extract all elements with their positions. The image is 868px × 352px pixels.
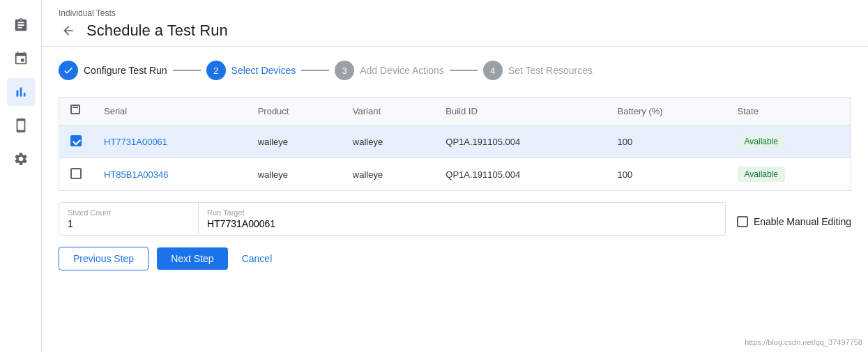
row-2-product: walleye (247, 158, 342, 191)
step-1-circle (59, 61, 78, 80)
device-table: Serial Product Variant Build ID Battery … (59, 97, 851, 191)
manual-editing-checkbox[interactable] (737, 216, 748, 227)
run-target-label: Run Target (207, 208, 717, 217)
col-build-id: Build ID (434, 98, 606, 125)
row-1-battery: 100 (607, 125, 726, 158)
watermark: https://blog.csdn.net/qq_37497758 (745, 338, 862, 346)
shard-count-input[interactable] (68, 218, 190, 229)
stepper: Configure Test Run 2 Select Devices 3 Ad… (59, 61, 851, 80)
row-1-state: Available (726, 125, 851, 158)
step-2-circle: 2 (206, 61, 226, 80)
header-checkbox-inner (70, 105, 80, 114)
col-product: Product (247, 98, 342, 125)
row-2-checkbox[interactable] (70, 168, 82, 179)
header: Individual Tests Schedule a Test Run (42, 0, 868, 47)
col-variant: Variant (342, 98, 435, 125)
step-1-label: Configure Test Run (84, 65, 167, 76)
sidebar-item-clipboard[interactable] (7, 11, 35, 39)
row-1-variant: walleye (342, 125, 435, 158)
action-buttons: Previous Step Next Step Cancel (59, 247, 851, 270)
bottom-inputs-row: Shard Count Run Target Enable Manual Edi… (59, 202, 851, 236)
step-2-label: Select Devices (231, 65, 296, 76)
row-1-state-badge: Available (738, 134, 785, 149)
table-row[interactable]: HT7731A00061 walleye walleye QP1A.191105… (59, 125, 851, 158)
step-3-label: Add Device Actions (360, 65, 444, 76)
row-2-variant: walleye (342, 158, 435, 191)
col-state: State (726, 98, 851, 125)
content-area: Configure Test Run 2 Select Devices 3 Ad… (42, 47, 868, 352)
main-content: Individual Tests Schedule a Test Run Con… (42, 0, 868, 352)
table-header-row: Serial Product Variant Build ID Battery … (59, 98, 851, 125)
row-2-state: Available (726, 158, 851, 191)
cancel-button[interactable]: Cancel (236, 247, 278, 270)
table-row[interactable]: HT85B1A00346 walleye walleye QP1A.191105… (59, 158, 851, 191)
sidebar (0, 0, 42, 352)
enable-manual-editing-container: Enable Manual Editing (737, 202, 851, 236)
connector-3-4 (450, 70, 478, 71)
step-4-label: Set Test Resources (508, 65, 593, 76)
row-1-product: walleye (247, 125, 342, 158)
back-button[interactable] (59, 21, 78, 40)
connector-1-2 (173, 70, 201, 71)
row-2-serial-link[interactable]: HT85B1A00346 (104, 169, 169, 180)
row-1-serial-link[interactable]: HT7731A00061 (104, 137, 167, 147)
col-serial: Serial (93, 98, 247, 125)
col-battery: Battery (%) (607, 98, 726, 125)
step-2: 2 Select Devices (206, 61, 296, 80)
header-checkbox-cell[interactable] (59, 98, 93, 125)
row-2-state-badge: Available (738, 167, 785, 182)
sidebar-item-calendar[interactable] (7, 45, 35, 72)
step-4-circle: 4 (483, 61, 503, 80)
step-1: Configure Test Run (59, 61, 167, 80)
sidebar-item-settings[interactable] (7, 145, 35, 173)
manual-editing-label: Enable Manual Editing (754, 216, 851, 227)
step-3: 3 Add Device Actions (335, 61, 444, 80)
sidebar-item-chart[interactable] (7, 78, 35, 106)
breadcrumb: Individual Tests (59, 8, 851, 18)
page-title: Schedule a Test Run (86, 22, 228, 40)
step-3-circle: 3 (335, 61, 354, 80)
select-all-checkbox[interactable] (70, 105, 82, 116)
run-target-input[interactable] (207, 218, 717, 229)
row-1-build-id: QP1A.191105.004 (434, 125, 606, 158)
row-1-checkbox-cell[interactable] (59, 125, 93, 158)
row-1-checkbox[interactable] (70, 135, 82, 146)
next-step-button[interactable]: Next Step (157, 247, 227, 270)
shard-count-container: Shard Count (59, 202, 199, 236)
previous-step-button[interactable]: Previous Step (59, 247, 149, 270)
shard-count-label: Shard Count (68, 208, 190, 217)
step-4: 4 Set Test Resources (483, 61, 593, 80)
row-1-serial: HT7731A00061 (93, 125, 247, 158)
row-2-build-id: QP1A.191105.004 (434, 158, 606, 191)
run-target-container: Run Target (199, 202, 726, 236)
row-2-checkbox-cell[interactable] (59, 158, 93, 191)
row-2-battery: 100 (607, 158, 726, 191)
sidebar-item-phone[interactable] (7, 112, 35, 139)
connector-2-3 (301, 70, 329, 71)
row-2-serial: HT85B1A00346 (93, 158, 247, 191)
